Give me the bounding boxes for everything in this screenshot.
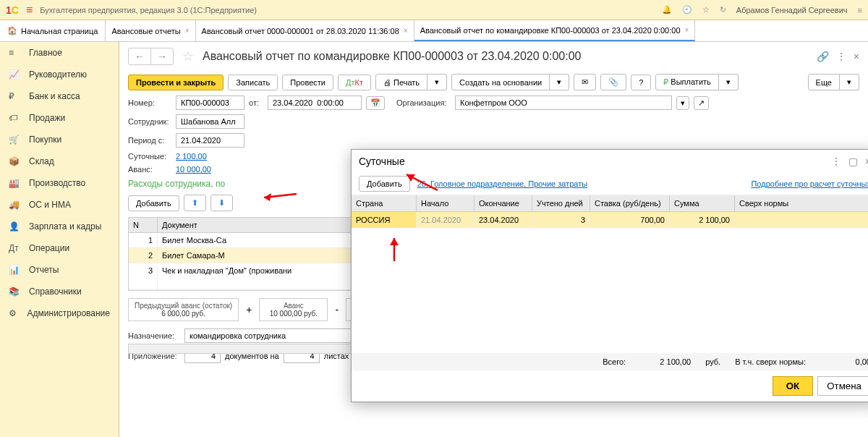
advance-link[interactable]: 10 000,00	[176, 165, 211, 174]
operator: -	[331, 304, 343, 315]
cancel-button[interactable]: Отмена	[817, 376, 868, 396]
period-from-input[interactable]	[176, 133, 244, 148]
cell-country[interactable]: РОССИЯ	[352, 212, 417, 228]
close-icon[interactable]: ×	[185, 27, 190, 35]
close-doc-icon[interactable]: ×	[854, 51, 859, 62]
pay-label: Выплатить	[671, 77, 710, 86]
sidebar-item-11[interactable]: 📚Справочники	[0, 281, 119, 302]
sidebar-item-3[interactable]: 🏷Продажи	[0, 107, 119, 129]
org-dropdown[interactable]: ▾	[676, 96, 689, 110]
col-n[interactable]: N	[129, 218, 158, 232]
dt-kt-button[interactable]: ДтКт	[338, 75, 371, 90]
sidebar-icon: 🏷	[9, 113, 22, 123]
move-down-button[interactable]: ⬇	[210, 195, 233, 211]
mcol-sum[interactable]: Сумма	[670, 195, 735, 211]
sidebar-item-2[interactable]: ₽Банк и касса	[0, 85, 119, 107]
modal-max-icon[interactable]: ▢	[848, 156, 858, 167]
tab-report-3[interactable]: Авансовый отчет по командировке КП00-000…	[414, 20, 696, 41]
ok-button[interactable]: ОК	[773, 376, 814, 396]
mcol-start[interactable]: Начало	[417, 195, 475, 211]
pay-button[interactable]: ₽ Выплатить	[655, 74, 719, 90]
mcol-days[interactable]: Учтено дней	[532, 195, 590, 211]
sidebar-item-4[interactable]: 🛒Покупки	[0, 129, 119, 150]
cell-end[interactable]: 23.04.2020	[475, 212, 532, 228]
tab-label: Авансовый отчет по командировке КП00-000…	[420, 26, 681, 35]
cell-sum[interactable]: 2 100,00	[670, 212, 735, 228]
post-and-close-button[interactable]: Провести и закрыть	[128, 75, 224, 90]
save-button[interactable]: Записать	[228, 75, 278, 90]
sync-icon[interactable]: ↻	[720, 5, 726, 14]
sidebar-icon: 📊	[9, 265, 22, 275]
number-input[interactable]	[176, 96, 244, 110]
post-button[interactable]: Провести	[282, 75, 333, 90]
details-link[interactable]: Подробнее про расчет суточных	[751, 179, 868, 188]
more-button[interactable]: Еще	[808, 74, 840, 90]
modal-close-icon[interactable]: ×	[865, 156, 868, 167]
sidebar-label: Главное	[29, 48, 62, 58]
total-value: 2 100,00	[640, 357, 691, 366]
print-dropdown[interactable]: ▾	[427, 74, 447, 90]
attach-button[interactable]: 📎	[600, 74, 626, 90]
back-icon[interactable]: ←	[129, 48, 150, 64]
sidebar-item-8[interactable]: 👤Зарплата и кадры	[0, 216, 119, 237]
sidebar-item-7[interactable]: 🚚ОС и НМА	[0, 194, 119, 216]
cell-start[interactable]: 21.04.2020	[417, 212, 475, 228]
mail-button[interactable]: ✉	[574, 74, 596, 90]
pay-dropdown[interactable]: ▾	[719, 74, 739, 90]
sidebar-item-1[interactable]: 📈Руководителю	[0, 64, 119, 85]
per-diem-modal: Суточные ⋮ ▢ × Добавить 26, Головное под…	[351, 149, 868, 402]
kebab-icon[interactable]: ⋮	[836, 51, 846, 62]
sidebar-item-6[interactable]: 🏭Производство	[0, 172, 119, 194]
date-input[interactable]	[268, 96, 362, 110]
star-icon[interactable]: ☆	[702, 5, 710, 14]
sidebar-label: Продажи	[29, 113, 65, 123]
org-open[interactable]: ↗	[694, 96, 709, 110]
link-icon[interactable]: 🔗	[817, 51, 829, 62]
sidebar-item-10[interactable]: 📊Отчеты	[0, 259, 119, 281]
close-icon[interactable]: ×	[685, 26, 689, 34]
modal-row[interactable]: РОССИЯ 21.04.2020 23.04.2020 3 700,00 2 …	[352, 212, 868, 228]
employee-input[interactable]	[176, 114, 244, 129]
mcol-over[interactable]: Сверх нормы	[735, 195, 868, 211]
sidebar-item-5[interactable]: 📦Склад	[0, 150, 119, 172]
print-button[interactable]: 🖨 Печать	[375, 74, 427, 90]
sidebar-label: Отчеты	[29, 265, 59, 275]
sidebar-item-12[interactable]: ⚙Администрирование	[0, 302, 119, 324]
move-up-button[interactable]: ⬆	[184, 195, 206, 211]
create-based-on-dropdown[interactable]: ▾	[550, 74, 569, 90]
sidebar-item-0[interactable]: ≡Главное	[0, 42, 119, 64]
cell-over[interactable]	[735, 212, 868, 228]
forward-icon[interactable]: →	[150, 48, 173, 64]
add-row-button[interactable]: Добавить	[128, 195, 179, 211]
history-icon[interactable]: 🕘	[682, 5, 692, 14]
mcol-rate[interactable]: Ставка (руб/день)	[590, 195, 670, 211]
modal-title: Суточные	[359, 156, 405, 167]
tab-advance-reports[interactable]: Авансовые отчеты ×	[106, 20, 195, 41]
cell-rate[interactable]: 700,00	[590, 212, 670, 228]
sidebar-icon: 🛒	[9, 135, 22, 145]
top-menu-icon[interactable]: ≡	[858, 6, 862, 14]
more-dropdown[interactable]: ▾	[840, 74, 859, 90]
username[interactable]: Абрамов Геннадий Сергеевич	[736, 6, 848, 14]
calendar-button[interactable]: 📅	[366, 96, 385, 110]
tab-home[interactable]: 🏠 Начальная страница	[0, 20, 106, 41]
favorite-icon[interactable]: ☆	[182, 48, 194, 64]
create-based-on-button[interactable]: Создать на основании	[451, 74, 550, 90]
modal-kebab-icon[interactable]: ⋮	[831, 156, 841, 167]
sidebar-label: Руководителю	[29, 69, 87, 80]
org-input[interactable]	[455, 96, 672, 110]
mcol-end[interactable]: Окончание	[475, 195, 532, 211]
per-diem-link[interactable]: 2 100,00	[176, 152, 207, 161]
dept-link[interactable]: 26, Головное подразделение, Прочие затра…	[417, 179, 587, 188]
help-button[interactable]: ?	[631, 75, 651, 90]
per-diem-label: Суточные:	[128, 152, 171, 161]
mcol-country[interactable]: Страна	[352, 195, 417, 211]
sidebar-item-9[interactable]: ДтОперации	[0, 237, 119, 259]
close-icon[interactable]: ×	[404, 27, 408, 35]
cell-days[interactable]: 3	[532, 212, 590, 228]
tab-report-1[interactable]: Авансовый отчет 0000-000001 от 28.03.202…	[196, 20, 414, 41]
nav-back-forward[interactable]: ← →	[128, 48, 174, 65]
burger-icon[interactable]: ≡	[26, 4, 33, 17]
bell-icon[interactable]: 🔔	[662, 5, 672, 14]
modal-add-button[interactable]: Добавить	[359, 176, 410, 192]
